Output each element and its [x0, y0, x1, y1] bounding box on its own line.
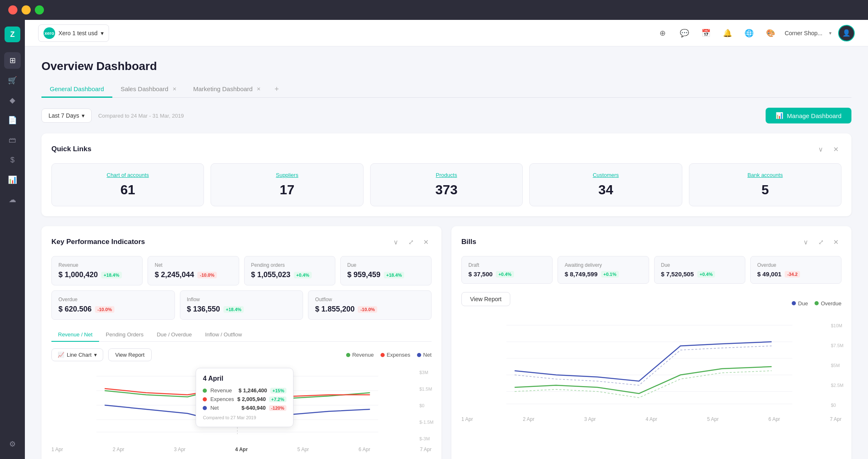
kpi-collapse-icon[interactable]: ∨ [390, 236, 402, 248]
maximize-button[interactable] [35, 5, 44, 14]
chart-tab-revenue-net[interactable]: Revenue / Net [51, 328, 99, 342]
main-page: Overview Dashboard General Dashboard Sal… [25, 46, 868, 459]
kpi-section: Key Performance Indicators ∨ ⤢ ✕ Revenu [41, 226, 441, 459]
user-name[interactable]: Corner Shop... [785, 30, 822, 36]
chevron-down-icon-user: ▾ [829, 30, 832, 36]
close-button[interactable] [8, 5, 17, 14]
app-logo: Z [5, 27, 20, 42]
bills-controls-row: View Report Due Overdue [461, 292, 841, 314]
quick-link-customers[interactable]: Customers 34 [529, 163, 682, 206]
sidebar-item-reports[interactable]: 📊 [4, 172, 21, 188]
quick-links-actions: ∨ ✕ [815, 143, 841, 155]
bills-kpi-awaiting: Awaiting delivery $ 8,749,599 +0.1% [558, 256, 649, 284]
bell-icon[interactable]: 🔔 [720, 26, 735, 41]
tooltip-revenue-row: Revenue $ 1,246,400 +15% [203, 387, 286, 394]
chat-icon[interactable]: 💬 [677, 26, 692, 41]
quick-link-bank-accounts[interactable]: Bank accounts 5 [689, 163, 841, 206]
quick-link-suppliers[interactable]: Suppliers 17 [211, 163, 363, 206]
add-tab-button[interactable]: + [271, 84, 282, 95]
chart-of-accounts-label[interactable]: Chart of accounts [62, 172, 194, 178]
products-label[interactable]: Products [381, 172, 512, 178]
tab-general-label: General Dashboard [50, 85, 104, 92]
chart-tab-due-overdue[interactable]: Due / Overdue [150, 328, 199, 342]
sidebar-item-settings[interactable]: ⚙ [4, 436, 21, 452]
kpi-view-report-button[interactable]: View Report [108, 348, 152, 361]
close-icon[interactable]: ✕ [830, 143, 841, 155]
bills-close-icon[interactable]: ✕ [830, 236, 841, 248]
sidebar-item-shopping[interactable]: 🛒 [4, 72, 21, 89]
period-filter[interactable]: Last 7 Days ▾ [41, 109, 92, 123]
kpi-inflow: Inflow $ 136,550 +18.4% [180, 290, 303, 320]
tooltip-revenue-dot [203, 389, 207, 393]
sidebar-item-cloud[interactable]: ☁ [4, 191, 21, 208]
bills-overdue-dot [815, 301, 819, 305]
minimize-button[interactable] [22, 5, 31, 14]
theme-icon[interactable]: 🎨 [763, 26, 778, 41]
bills-chart-area: $10M $7.5M $5M $2.5M $0 [461, 321, 841, 412]
tooltip-expenses-row: Expences $ 2,005,940 +7.2% [203, 396, 286, 402]
bills-actions: ∨ ⤢ ✕ [800, 236, 841, 248]
close-tab-sales[interactable]: ✕ [172, 86, 177, 92]
sidebar-item-documents[interactable]: 📄 [4, 112, 21, 128]
two-column-layout: Key Performance Indicators ∨ ⤢ ✕ Revenu [41, 226, 851, 459]
bills-kpi-draft: Draft $ 37,500 +0.4% [461, 256, 553, 284]
kpi-revenue: Revenue $ 1,000,420 +18.4% [51, 256, 143, 285]
tab-sales-dashboard[interactable]: Sales Dashboard ✕ [112, 81, 185, 98]
bills-section: Bills ∨ ⤢ ✕ Draft $ 37,500 [451, 226, 851, 459]
quick-links-header: Quick Links ∨ ✕ [51, 143, 841, 155]
bills-y-axis: $10M $7.5M $5M $2.5M $0 [831, 323, 844, 408]
user-avatar[interactable]: 👤 [838, 25, 855, 41]
calendar-icon[interactable]: 📅 [698, 26, 713, 41]
bills-kpi-grid: Draft $ 37,500 +0.4% Awaiting delivery $… [461, 256, 841, 284]
sidebar-item-analytics[interactable]: ◆ [4, 92, 21, 109]
sidebar-item-dashboard[interactable]: ⊞ [4, 52, 21, 69]
products-value: 373 [381, 182, 512, 198]
org-name: Xero 1 test usd [58, 30, 97, 36]
kpi-pending-orders: Pending orders $ 1,055,023 +0.4% [244, 256, 335, 285]
chart-icon: 📊 [776, 112, 783, 119]
customers-label[interactable]: Customers [540, 172, 672, 178]
legend-net: Net [417, 352, 432, 358]
bills-due-dot [792, 301, 796, 305]
bills-resize-icon[interactable]: ⤢ [815, 236, 827, 248]
close-tab-marketing[interactable]: ✕ [257, 86, 261, 92]
chart-type-selector[interactable]: 📈 Line Chart ▾ [51, 348, 103, 361]
globe-icon[interactable]: 🌐 [742, 26, 756, 41]
quick-link-products[interactable]: Products 373 [370, 163, 523, 206]
add-icon[interactable]: ⊕ [655, 26, 670, 41]
chevron-down-icon-filter: ▾ [82, 112, 85, 119]
page-title: Overview Dashboard [41, 60, 851, 73]
bills-view-report-button[interactable]: View Report [461, 292, 510, 306]
bills-kpi-due: Due $ 7,520,505 +0.4% [654, 256, 745, 284]
suppliers-label[interactable]: Suppliers [221, 172, 353, 178]
sidebar: Z ⊞ 🛒 ◆ 📄 🗃 $ 📊 ☁ ⚙ [0, 20, 25, 459]
collapse-icon[interactable]: ∨ [815, 143, 827, 155]
chevron-down-icon-chart: ▾ [94, 352, 97, 358]
kpi-overdue: Overdue $ 620.506 -10.0% [51, 290, 175, 320]
chart-tab-inflow-outflow[interactable]: Inflow / Outflow [199, 328, 249, 342]
bills-chart-svg [461, 321, 841, 408]
kpi-chart-area: 4 April Revenue $ 1,246,400 +15% Expence… [51, 368, 432, 442]
bills-x-axis: 1 Apr 2 Apr 3 Apr 4 Apr 5 Apr 6 Apr 7 Ap… [461, 415, 841, 424]
chart-tab-pending-orders[interactable]: Pending Orders [99, 328, 150, 342]
tab-bar: General Dashboard Sales Dashboard ✕ Mark… [41, 81, 851, 98]
bank-accounts-value: 5 [699, 182, 831, 198]
tooltip-compare: Compared to 27 Mar 2019 [203, 415, 286, 420]
bank-accounts-label[interactable]: Bank accounts [699, 172, 831, 178]
manage-dashboard-button[interactable]: 📊 Manage Dashboard [766, 108, 851, 123]
kpi-due: Due $ 959,459 +18.4% [340, 256, 432, 285]
quick-links-title: Quick Links [51, 145, 91, 153]
org-selector[interactable]: xero Xero 1 test usd ▾ [38, 24, 109, 42]
sidebar-item-finance[interactable]: $ [4, 152, 21, 168]
sidebar-item-inventory[interactable]: 🗃 [4, 132, 21, 148]
kpi-resize-icon[interactable]: ⤢ [405, 236, 417, 248]
titlebar [0, 0, 868, 20]
quick-link-chart-of-accounts[interactable]: Chart of accounts 61 [51, 163, 204, 206]
bills-collapse-icon[interactable]: ∨ [800, 236, 812, 248]
tooltip-expenses-dot [203, 397, 207, 401]
kpi-close-icon[interactable]: ✕ [420, 236, 432, 248]
tab-marketing-dashboard[interactable]: Marketing Dashboard ✕ [185, 81, 269, 98]
compare-text: Compared to 24 Mar - 31 Mar, 2019 [98, 113, 184, 119]
tab-general-dashboard[interactable]: General Dashboard [41, 81, 112, 98]
kpi-chart-legend: Revenue Expenses Net [346, 352, 432, 358]
